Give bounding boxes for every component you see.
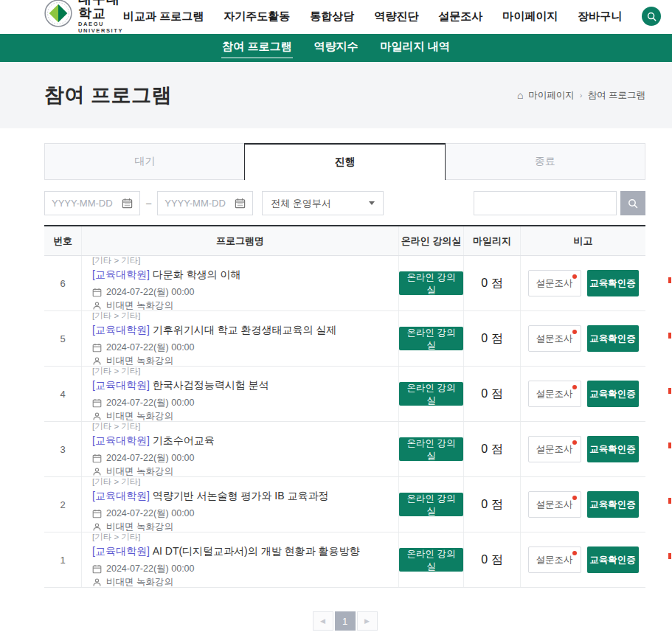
date-from-field[interactable] xyxy=(44,191,140,215)
survey-button-label: 설문조사 xyxy=(536,278,573,288)
mileage-value: 0 점 xyxy=(481,331,502,347)
department-select[interactable]: 전체 운영부서 xyxy=(262,191,384,215)
person-icon xyxy=(92,412,102,421)
date-to-input[interactable] xyxy=(164,198,230,209)
online-classroom-button[interactable]: 온라인 강의실 xyxy=(399,548,463,572)
nav-item-competency[interactable]: 역량진단 xyxy=(374,10,418,24)
program-date-line: 2024-07-22(월) 00:00 xyxy=(92,452,195,465)
nav-item-counseling[interactable]: 통합상담 xyxy=(310,10,354,24)
calendar-icon xyxy=(92,288,102,297)
header-search-button[interactable] xyxy=(642,7,661,26)
pagination-page-1[interactable]: 1 xyxy=(335,611,356,631)
program-category: [기타 > 기타] xyxy=(92,532,141,543)
date-from-input[interactable] xyxy=(52,198,117,209)
keyword-search-input[interactable] xyxy=(474,191,617,215)
classroom-cell: 온라인 강의실 xyxy=(398,422,463,476)
program-method-line: 비대면 녹화강의 xyxy=(92,576,173,589)
program-title-link[interactable]: [교육대학원] 한국사검정능력시험 분석 xyxy=(92,379,269,392)
pagination-next-button[interactable]: ▶ xyxy=(357,611,378,631)
program-category: [기타 > 기타] xyxy=(92,310,141,322)
program-date-line: 2024-07-22(월) 00:00 xyxy=(92,563,195,575)
survey-button[interactable]: 설문조사 xyxy=(528,491,581,518)
notification-dot xyxy=(572,440,577,445)
search-icon xyxy=(647,12,657,21)
program-date: 2024-07-22(월) 00:00 xyxy=(106,452,195,465)
online-classroom-button[interactable]: 온라인 강의실 xyxy=(399,382,463,406)
mileage-cell: 0 점 xyxy=(463,367,520,421)
classroom-cell: 온라인 강의실 xyxy=(398,477,463,532)
mileage-value: 0 점 xyxy=(481,386,502,402)
nav-item-survey[interactable]: 설문조사 xyxy=(438,10,482,24)
online-classroom-button[interactable]: 온라인 강의실 xyxy=(399,327,463,350)
program-title-link[interactable]: [교육대학원] 역량기반 서논술형 평가와 IB 교육과정 xyxy=(92,490,328,503)
program-cell: [기타 > 기타] [교육대학원] 다문화 학생의 이해 2024-07-22(… xyxy=(81,256,398,310)
tab-waiting[interactable]: 대기 xyxy=(44,143,245,180)
table-body: 6 [기타 > 기타] [교육대학원] 다문화 학생의 이해 2024-07-2… xyxy=(44,256,645,588)
program-title-link[interactable]: [교육대학원] 다문화 학생의 이해 xyxy=(92,268,240,282)
calendar-icon[interactable] xyxy=(235,198,246,209)
certificate-button[interactable]: 교육확인증 xyxy=(587,546,639,573)
certificate-button[interactable]: 교육확인증 xyxy=(587,491,639,518)
nav-item-self-directed[interactable]: 자기주도활동 xyxy=(224,10,290,24)
university-logo[interactable]: 대구대학교 DAEGU UNIVERSITY xyxy=(44,0,123,34)
table-search-button[interactable] xyxy=(620,191,645,215)
home-icon[interactable]: ⌂ xyxy=(517,90,523,100)
notification-dot xyxy=(572,496,577,500)
main-content: 대기 진행 종료 – xyxy=(44,143,645,631)
survey-button[interactable]: 설문조사 xyxy=(528,436,581,462)
online-classroom-button[interactable]: 온라인 강의실 xyxy=(399,493,463,516)
program-title: 다문화 학생의 이해 xyxy=(153,268,241,280)
mileage-value: 0 점 xyxy=(481,497,502,513)
scrollbar-marker xyxy=(668,388,671,394)
table-row: 5 [기타 > 기타] [교육대학원] 기후위기시대 학교 환경생태교육의 실제… xyxy=(44,311,645,367)
col-header-mileage: 마일리지 xyxy=(463,226,520,255)
survey-button[interactable]: 설문조사 xyxy=(528,325,581,352)
page-head: 참여 프로그램 ⌂ 마이페이지 › 참여 프로그램 xyxy=(0,62,672,128)
department-select-value: 전체 운영부서 xyxy=(271,197,331,210)
survey-button[interactable]: 설문조사 xyxy=(528,270,581,296)
online-classroom-button[interactable]: 온라인 강의실 xyxy=(399,437,463,461)
certificate-button[interactable]: 교육확인증 xyxy=(587,325,639,352)
subnav-item-mileage-history[interactable]: 마일리지 내역 xyxy=(380,38,451,58)
table-row: 6 [기타 > 기타] [교육대학원] 다문화 학생의 이해 2024-07-2… xyxy=(44,256,645,311)
pagination: ◀ 1 ▶ xyxy=(44,611,645,631)
mileage-cell: 0 점 xyxy=(463,532,520,587)
certificate-button[interactable]: 교육확인증 xyxy=(587,270,639,296)
program-title: 한국사검정능력시험 분석 xyxy=(153,379,269,391)
date-to-field[interactable] xyxy=(157,191,253,215)
remarks-cell: 설문조사 교육확인증 xyxy=(520,256,645,310)
tab-in-progress[interactable]: 진행 xyxy=(244,143,445,180)
program-date: 2024-07-22(월) 00:00 xyxy=(106,341,195,354)
subnav-item-competency-index[interactable]: 역량지수 xyxy=(314,38,359,58)
row-number: 3 xyxy=(44,422,81,476)
status-tabs: 대기 진행 종료 xyxy=(44,143,645,180)
nav-item-extracurricular[interactable]: 비교과 프로그램 xyxy=(123,10,204,24)
program-date: 2024-07-22(월) 00:00 xyxy=(106,286,195,299)
subnav-item-programs[interactable]: 참여 프로그램 xyxy=(221,38,292,58)
pagination-prev-button[interactable]: ◀ xyxy=(313,611,333,631)
mileage-value: 0 점 xyxy=(481,552,502,568)
certificate-button[interactable]: 교육확인증 xyxy=(587,381,639,407)
scrollbar-marker xyxy=(668,333,671,339)
calendar-icon[interactable] xyxy=(122,198,133,209)
table-header: 번호 프로그램명 온라인 강의실 마일리지 비고 xyxy=(44,226,645,256)
notification-dot xyxy=(572,330,577,334)
survey-button[interactable]: 설문조사 xyxy=(528,381,581,407)
program-title-link[interactable]: [교육대학원] 기초수어교육 xyxy=(92,434,215,448)
notification-dot xyxy=(572,551,577,555)
program-table: 번호 프로그램명 온라인 강의실 마일리지 비고 6 [기타 > 기타] [교육… xyxy=(44,225,645,588)
program-title-link[interactable]: [교육대학원] 기후위기시대 학교 환경생태교육의 실제 xyxy=(92,324,336,337)
nav-item-cart[interactable]: 장바구니 xyxy=(578,10,622,24)
breadcrumb-mypage[interactable]: 마이페이지 xyxy=(528,89,575,102)
breadcrumb: ⌂ 마이페이지 › 참여 프로그램 xyxy=(517,89,645,102)
tab-ended[interactable]: 종료 xyxy=(445,143,645,180)
online-classroom-button[interactable]: 온라인 강의실 xyxy=(399,271,463,295)
nav-item-mypage[interactable]: 마이페이지 xyxy=(502,10,558,24)
program-title: AI DT(디지털교과서)의 개발 현황과 활용방향 xyxy=(153,545,360,557)
program-title-link[interactable]: [교육대학원] AI DT(디지털교과서)의 개발 현황과 활용방향 xyxy=(92,545,359,558)
person-icon xyxy=(92,356,102,366)
mileage-cell: 0 점 xyxy=(463,422,520,476)
survey-button[interactable]: 설문조사 xyxy=(528,546,581,573)
certificate-button[interactable]: 교육확인증 xyxy=(587,436,639,462)
program-org: [교육대학원] xyxy=(92,545,150,557)
